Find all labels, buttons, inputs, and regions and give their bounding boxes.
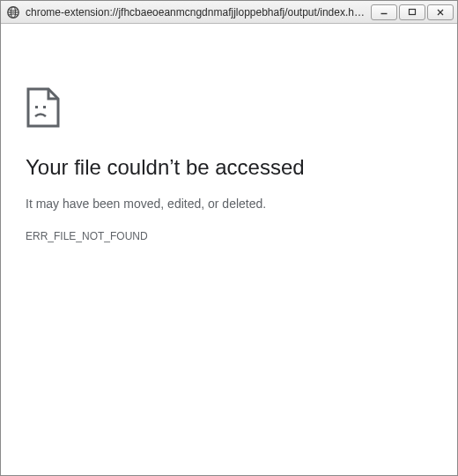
svg-rect-8	[43, 106, 46, 108]
error-subtext: It may have been moved, edited, or delet…	[26, 197, 432, 211]
maximize-button[interactable]	[399, 4, 425, 20]
globe-icon	[6, 5, 20, 19]
sad-file-icon	[26, 87, 61, 128]
window-controls	[371, 4, 454, 20]
browser-window: chrome-extension://jfhcbaeoeanmcngdnmafj…	[0, 0, 458, 476]
titlebar: chrome-extension://jfhcbaeoeanmcngdnmafj…	[1, 1, 457, 24]
window-title: chrome-extension://jfhcbaeoeanmcngdnmafj…	[26, 6, 366, 19]
error-heading: Your file couldn’t be accessed	[26, 154, 432, 181]
svg-rect-7	[35, 106, 38, 108]
minimize-button[interactable]	[371, 4, 397, 20]
close-button[interactable]	[427, 4, 454, 20]
error-code: ERR_FILE_NOT_FOUND	[26, 230, 432, 242]
svg-rect-4	[410, 9, 416, 14]
page-content: Your file couldn’t be accessed It may ha…	[1, 24, 457, 475]
